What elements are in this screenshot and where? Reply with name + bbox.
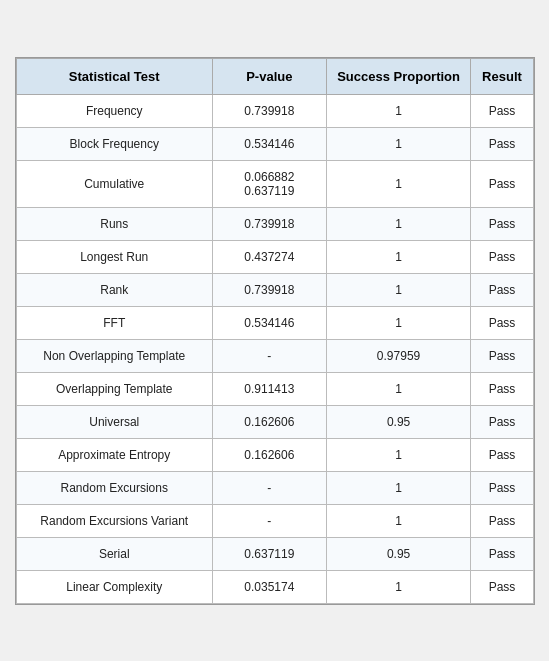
cell-proportion: 1	[326, 160, 471, 207]
cell-result: Pass	[471, 537, 533, 570]
table-header-row: Statistical Test P-value Success Proport…	[16, 58, 533, 94]
cell-test: Linear Complexity	[16, 570, 212, 603]
cell-proportion: 0.97959	[326, 339, 471, 372]
cell-test: Cumulative	[16, 160, 212, 207]
cell-pvalue: 0.162606	[212, 438, 326, 471]
table-row: Runs0.7399181Pass	[16, 207, 533, 240]
table-row: Overlapping Template0.9114131Pass	[16, 372, 533, 405]
cell-pvalue: -	[212, 339, 326, 372]
table-row: Linear Complexity0.0351741Pass	[16, 570, 533, 603]
cell-test: Longest Run	[16, 240, 212, 273]
cell-proportion: 1	[326, 570, 471, 603]
cell-proportion: 1	[326, 372, 471, 405]
cell-test: Universal	[16, 405, 212, 438]
cell-result: Pass	[471, 372, 533, 405]
header-statistical-test: Statistical Test	[16, 58, 212, 94]
cell-test: Non Overlapping Template	[16, 339, 212, 372]
cell-pvalue: -	[212, 504, 326, 537]
cell-test: Frequency	[16, 94, 212, 127]
cell-pvalue: 0.911413	[212, 372, 326, 405]
table-row: Random Excursions Variant-1Pass	[16, 504, 533, 537]
cell-result: Pass	[471, 160, 533, 207]
cell-proportion: 1	[326, 94, 471, 127]
cell-pvalue: 0.739918	[212, 207, 326, 240]
table-row: Universal0.1626060.95Pass	[16, 405, 533, 438]
cell-pvalue: 0.035174	[212, 570, 326, 603]
stats-table-container: Statistical Test P-value Success Proport…	[15, 57, 535, 605]
cell-proportion: 0.95	[326, 405, 471, 438]
cell-proportion: 1	[326, 207, 471, 240]
cell-test: FFT	[16, 306, 212, 339]
cell-result: Pass	[471, 240, 533, 273]
header-result: Result	[471, 58, 533, 94]
cell-proportion: 1	[326, 471, 471, 504]
cell-proportion: 1	[326, 127, 471, 160]
cell-pvalue: -	[212, 471, 326, 504]
cell-result: Pass	[471, 339, 533, 372]
cell-test: Serial	[16, 537, 212, 570]
cell-result: Pass	[471, 438, 533, 471]
cell-result: Pass	[471, 207, 533, 240]
header-pvalue: P-value	[212, 58, 326, 94]
table-row: Block Frequency0.5341461Pass	[16, 127, 533, 160]
cell-proportion: 1	[326, 438, 471, 471]
cell-result: Pass	[471, 504, 533, 537]
cell-test: Random Excursions	[16, 471, 212, 504]
cell-test: Runs	[16, 207, 212, 240]
cell-proportion: 1	[326, 240, 471, 273]
cell-test: Overlapping Template	[16, 372, 212, 405]
cell-pvalue: 0.437274	[212, 240, 326, 273]
table-row: Random Excursions-1Pass	[16, 471, 533, 504]
cell-result: Pass	[471, 471, 533, 504]
cell-pvalue: 0.739918	[212, 94, 326, 127]
cell-result: Pass	[471, 570, 533, 603]
cell-result: Pass	[471, 94, 533, 127]
cell-pvalue: 0.637119	[212, 537, 326, 570]
table-row: Serial0.6371190.95Pass	[16, 537, 533, 570]
cell-result: Pass	[471, 127, 533, 160]
cell-test: Rank	[16, 273, 212, 306]
cell-pvalue: 0.534146	[212, 306, 326, 339]
table-row: Approximate Entropy0.1626061Pass	[16, 438, 533, 471]
table-row: Longest Run0.4372741Pass	[16, 240, 533, 273]
table-row: Frequency0.7399181Pass	[16, 94, 533, 127]
table-body: Frequency0.7399181PassBlock Frequency0.5…	[16, 94, 533, 603]
cell-test: Approximate Entropy	[16, 438, 212, 471]
header-proportion: Success Proportion	[326, 58, 471, 94]
table-row: FFT0.5341461Pass	[16, 306, 533, 339]
cell-proportion: 0.95	[326, 537, 471, 570]
cell-pvalue: 0.0668820.637119	[212, 160, 326, 207]
cell-pvalue: 0.534146	[212, 127, 326, 160]
cell-proportion: 1	[326, 306, 471, 339]
table-row: Cumulative0.0668820.6371191Pass	[16, 160, 533, 207]
cell-result: Pass	[471, 273, 533, 306]
cell-test: Random Excursions Variant	[16, 504, 212, 537]
cell-pvalue: 0.162606	[212, 405, 326, 438]
cell-result: Pass	[471, 306, 533, 339]
cell-test: Block Frequency	[16, 127, 212, 160]
statistical-tests-table: Statistical Test P-value Success Proport…	[16, 58, 534, 604]
cell-proportion: 1	[326, 504, 471, 537]
table-row: Rank0.7399181Pass	[16, 273, 533, 306]
cell-result: Pass	[471, 405, 533, 438]
cell-proportion: 1	[326, 273, 471, 306]
cell-pvalue: 0.739918	[212, 273, 326, 306]
table-row: Non Overlapping Template-0.97959Pass	[16, 339, 533, 372]
